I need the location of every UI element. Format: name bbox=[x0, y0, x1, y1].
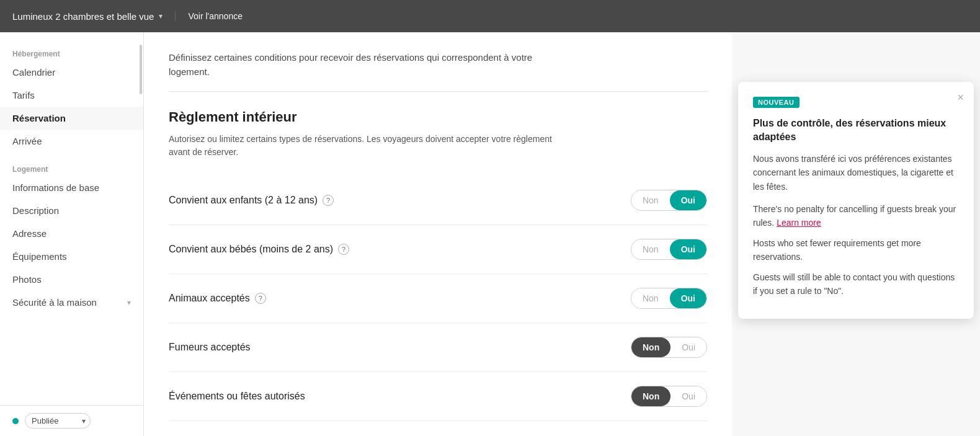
toggle-oui[interactable]: Oui bbox=[670, 386, 706, 406]
sidebar-scrollbar bbox=[140, 45, 142, 94]
rule-label: Fumeurs acceptés bbox=[169, 342, 251, 353]
topbar-title-text: Lumineux 2 chambres et belle vue bbox=[12, 11, 154, 22]
popup-learn-more[interactable]: Learn more bbox=[777, 218, 821, 228]
sidebar-item-equipements[interactable]: Équipements bbox=[0, 245, 143, 268]
divider bbox=[169, 91, 707, 92]
toggle[interactable]: NonOui bbox=[631, 386, 707, 407]
popup-line2: Hosts who set fewer requirements get mor… bbox=[753, 236, 959, 264]
toggle-oui[interactable]: Oui bbox=[670, 190, 706, 210]
sidebar-item-securite[interactable]: Sécurité à la maison ▾ bbox=[0, 291, 143, 314]
toggle-oui[interactable]: Oui bbox=[670, 337, 706, 357]
layout: Hébergement Calendrier Tarifs Réservatio… bbox=[0, 32, 980, 436]
topbar: Lumineux 2 chambres et belle vue ▾ Voir … bbox=[0, 0, 980, 32]
toggle-non[interactable]: Non bbox=[631, 239, 670, 259]
sidebar-status: Publiée Non publiée bbox=[0, 405, 143, 436]
rules-container: Convient aux enfants (2 à 12 ans)?NonOui… bbox=[169, 176, 707, 421]
toggle-non[interactable]: Non bbox=[631, 386, 670, 406]
toggle-oui[interactable]: Oui bbox=[670, 239, 706, 259]
sidebar-item-arrivee[interactable]: Arrivée bbox=[0, 130, 143, 153]
rule-row: Événements ou fêtes autorisésNonOui bbox=[169, 372, 707, 421]
popup-card: × NOUVEAU Plus de contrôle, des réservat… bbox=[738, 82, 974, 319]
chevron-down-icon-securite: ▾ bbox=[127, 298, 131, 307]
sidebar-section-logement: Logement bbox=[0, 160, 143, 176]
toggle-non[interactable]: Non bbox=[631, 288, 670, 308]
topbar-title[interactable]: Lumineux 2 chambres et belle vue ▾ bbox=[12, 11, 163, 22]
rule-label: Animaux acceptés? bbox=[169, 293, 266, 304]
section-desc: Autorisez ou limitez certains types de r… bbox=[169, 133, 572, 159]
rule-label: Convient aux bébés (moins de 2 ans)? bbox=[169, 244, 349, 255]
rule-row: Animaux acceptés?NonOui bbox=[169, 274, 707, 323]
popup-title: Plus de contrôle, des réservations mieux… bbox=[753, 117, 959, 145]
toggle-oui[interactable]: Oui bbox=[670, 288, 706, 308]
help-icon[interactable]: ? bbox=[323, 195, 334, 206]
popup-badge: NOUVEAU bbox=[753, 97, 800, 108]
rule-label: Convient aux enfants (2 à 12 ans)? bbox=[169, 195, 334, 206]
toggle-non[interactable]: Non bbox=[631, 337, 670, 357]
topbar-link[interactable]: Voir l'annonce bbox=[175, 11, 243, 21]
help-icon[interactable]: ? bbox=[255, 293, 266, 304]
sidebar-item-adresse[interactable]: Adresse bbox=[0, 222, 143, 245]
sidebar-item-description[interactable]: Description bbox=[0, 199, 143, 222]
sidebar-section-hebergement: Hébergement bbox=[0, 45, 143, 61]
sidebar-item-calendrier[interactable]: Calendrier bbox=[0, 61, 143, 84]
toggle-non[interactable]: Non bbox=[631, 190, 670, 210]
section-title: Règlement intérieur bbox=[169, 109, 707, 125]
toggle[interactable]: NonOui bbox=[631, 239, 707, 260]
sidebar-item-informations[interactable]: Informations de base bbox=[0, 176, 143, 199]
sidebar-item-photos[interactable]: Photos bbox=[0, 268, 143, 291]
toggle[interactable]: NonOui bbox=[631, 337, 707, 358]
rule-row: Convient aux bébés (moins de 2 ans)?NonO… bbox=[169, 225, 707, 274]
popup-desc: Nous avons transféré ici vos préférences… bbox=[753, 152, 959, 194]
main-intro: Définissez certaines conditions pour rec… bbox=[169, 51, 572, 79]
popup-close-button[interactable]: × bbox=[957, 92, 964, 103]
status-dot bbox=[12, 418, 19, 424]
help-icon[interactable]: ? bbox=[338, 244, 349, 255]
rule-label: Événements ou fêtes autorisés bbox=[169, 391, 305, 402]
toggle[interactable]: NonOui bbox=[631, 190, 707, 211]
popup-line3: Guests will still be able to contact you… bbox=[753, 270, 959, 298]
rule-row: Fumeurs acceptésNonOui bbox=[169, 323, 707, 372]
right-area: × NOUVEAU Plus de contrôle, des réservat… bbox=[732, 32, 980, 436]
sidebar-item-tarifs[interactable]: Tarifs bbox=[0, 84, 143, 107]
status-select-wrap: Publiée Non publiée bbox=[25, 413, 91, 429]
main-content: Définissez certaines conditions pour rec… bbox=[144, 32, 732, 436]
popup-line1: There's no penalty for cancelling if gue… bbox=[753, 202, 959, 230]
chevron-down-icon: ▾ bbox=[159, 12, 163, 20]
status-select[interactable]: Publiée Non publiée bbox=[25, 413, 91, 429]
sidebar: Hébergement Calendrier Tarifs Réservatio… bbox=[0, 32, 144, 436]
toggle[interactable]: NonOui bbox=[631, 288, 707, 309]
rule-row: Convient aux enfants (2 à 12 ans)?NonOui bbox=[169, 176, 707, 225]
sidebar-item-reservation[interactable]: Réservation bbox=[0, 107, 143, 130]
